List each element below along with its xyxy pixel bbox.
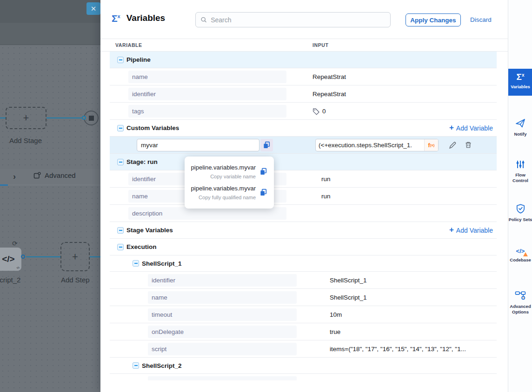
add-stage-node[interactable]: +: [6, 107, 47, 129]
plus-icon: +: [449, 225, 454, 235]
add-stage-label: Add Stage: [9, 137, 42, 144]
trash-icon[interactable]: [464, 141, 473, 150]
shellscript-step-node[interactable]: </>‹/›: [0, 248, 21, 271]
custom-variable-row: (<+execution.steps.ShellScript_1.f(x): [110, 137, 497, 154]
copy-icon[interactable]: [260, 139, 273, 151]
variable-name: identifier: [148, 274, 297, 287]
variable-name: name: [148, 291, 297, 304]
section-row: Execution: [110, 239, 497, 255]
section-row: Stage Variables+Add Variable: [110, 222, 497, 239]
active-tab-underline: [0, 184, 8, 186]
step-edge: [26, 256, 60, 257]
variable-value-input[interactable]: (<+execution.steps.ShellScript_1.f(x): [315, 139, 439, 151]
close-icon[interactable]: ✕: [86, 2, 100, 15]
collapse-icon[interactable]: [117, 244, 124, 250]
add-step-label: Add Step: [61, 276, 90, 284]
collapse-icon[interactable]: [117, 125, 124, 131]
sidebar-item-label: Advanced Options: [507, 304, 532, 315]
section-label: Stage Variables: [126, 222, 173, 239]
search-input[interactable]: [211, 16, 386, 24]
variable-name: identifier: [128, 88, 286, 100]
variable-value: ShellScript_2: [330, 374, 367, 380]
add-step-node[interactable]: +: [60, 242, 90, 271]
sidebar-item-codebase[interactable]: </>Codebase: [508, 243, 532, 263]
right-sidebar: ΣxVariablesNotifyFlow ControlPolicy Sets…: [508, 0, 532, 392]
step-edge: [90, 256, 100, 257]
step-name-label: lScript_2: [0, 276, 20, 284]
subsection-row: ShellScript_1: [110, 255, 497, 272]
copy-icon[interactable]: [259, 168, 267, 176]
collapse-icon[interactable]: [133, 362, 139, 369]
variable-value: 0: [313, 103, 326, 120]
sidebar-item-label: Flow Control: [507, 172, 532, 183]
collapse-icon[interactable]: [117, 159, 124, 165]
search-box: [195, 12, 391, 27]
expression-value: (<+execution.steps.ShellScript_1.: [316, 142, 424, 149]
variable-row: timeout10m: [110, 306, 497, 323]
looping-strategy-icon: ⟳: [12, 240, 18, 247]
plus-icon: +: [449, 123, 454, 132]
section-label: Stage: run: [126, 154, 158, 170]
editor-subtoolbar: [0, 23, 100, 45]
flowchart-gear-icon: [515, 289, 526, 301]
fx-expression-icon[interactable]: f(x): [424, 139, 438, 151]
copy-action-label: Copy variable name: [191, 174, 256, 179]
collapse-icon[interactable]: [133, 260, 139, 267]
variable-name: description: [128, 207, 286, 220]
copy-menu-item[interactable]: pipeline.variables.myvarCopy variable na…: [190, 161, 268, 182]
copy-menu-item[interactable]: pipeline.variables.myvarCopy fully quali…: [190, 182, 268, 203]
variable-value: 10m: [330, 306, 342, 323]
copy-action-label: Copy fully qualified name: [191, 195, 256, 200]
variable-name-input[interactable]: [137, 139, 259, 151]
sidebar-item-variables[interactable]: ΣxVariables: [508, 69, 532, 96]
section-label: Pipeline: [126, 52, 151, 68]
variable-row: namerun: [110, 188, 497, 205]
variable-row: tags0: [110, 103, 497, 120]
sliders-icon: [515, 159, 525, 170]
collapse-icon[interactable]: [117, 57, 124, 63]
sidebar-item-label: Notify: [507, 131, 532, 137]
drawer-header: Σx Variables Apply Changes Discard: [100, 0, 508, 39]
section-row: Custom Variables+Add Variable: [110, 120, 497, 137]
variable-value: ShellScript_1: [330, 289, 367, 306]
tab-advanced[interactable]: Advanced: [33, 171, 76, 179]
add-variable-button[interactable]: +Add Variable: [449, 222, 493, 238]
sidebar-item-advanced-options[interactable]: Advanced Options: [508, 285, 532, 315]
variable-name: identifier: [148, 376, 297, 380]
apply-changes-button[interactable]: Apply Changes: [406, 13, 461, 26]
variable-name: script: [148, 343, 297, 355]
code-warning-icon: </>: [516, 248, 525, 255]
variable-row: onDelegatetrue: [110, 323, 497, 340]
variable-name: name: [128, 71, 286, 83]
stage-edge: [0, 118, 6, 118]
variable-value: run: [321, 170, 331, 188]
pipeline-studio-page: ✕ + Add Stage › Advanced ⟳ </>‹/› + lScr…: [0, 0, 532, 392]
advanced-tab-label: Advanced: [45, 171, 76, 179]
copy-icon[interactable]: [259, 189, 267, 196]
sidebar-item-label: Codebase: [507, 257, 532, 263]
sum-icon: Σx: [517, 72, 525, 81]
collapse-icon[interactable]: [117, 227, 124, 234]
stage-edge: [47, 118, 84, 118]
variable-row: identifierRepeatStrat: [110, 85, 497, 103]
section-row: Pipeline: [110, 52, 497, 68]
chevron-right-icon[interactable]: ›: [13, 172, 16, 182]
variable-name: onDelegate: [148, 326, 297, 338]
subsection-row: ShellScript_2: [110, 358, 497, 374]
sum-icon: Σx: [112, 13, 120, 23]
table-column-header: VARIABLE INPUT: [100, 39, 508, 52]
pencil-icon[interactable]: [448, 141, 457, 150]
add-variable-button[interactable]: +Add Variable: [449, 120, 493, 136]
sidebar-item-notify[interactable]: Notify: [508, 113, 532, 137]
edge-connector-dot: [21, 255, 25, 259]
variable-row: scriptitems=("18", "17", "16", "15", "14…: [110, 340, 497, 358]
sidebar-item-policy-sets[interactable]: Policy Sets: [508, 199, 532, 222]
section-label: Execution: [126, 239, 157, 255]
section-label: ShellScript_2: [142, 358, 182, 374]
discard-button[interactable]: Discard: [470, 16, 492, 23]
sidebar-item-flow-control[interactable]: Flow Control: [508, 155, 532, 183]
sidebar-item-label: Policy Sets: [507, 217, 532, 222]
variable-value: RepeatStrat: [313, 68, 346, 85]
advanced-tab-icon: [33, 172, 41, 179]
page-title: Variables: [126, 13, 165, 23]
